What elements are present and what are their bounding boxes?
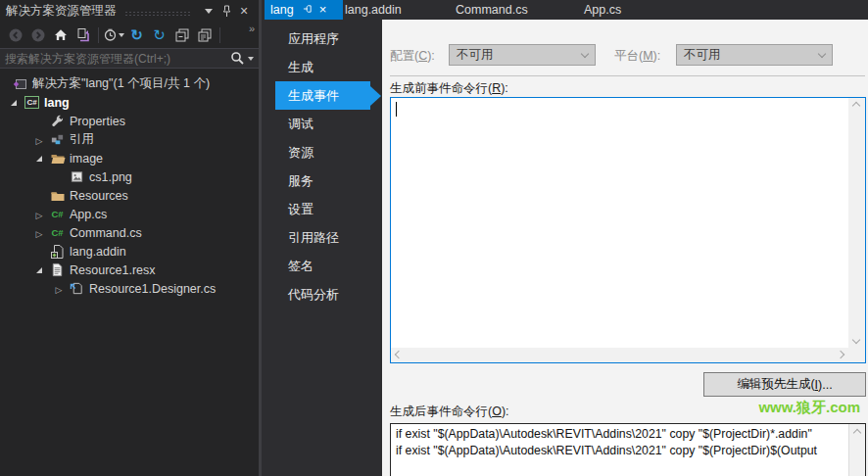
preview-selected-items-button[interactable] — [193, 24, 216, 46]
tree-row-properties[interactable]: Properties — [0, 112, 259, 130]
nav-item-debug[interactable]: 调试 — [275, 110, 370, 138]
solution-icon — [12, 76, 28, 92]
addin-file-icon — [49, 244, 66, 260]
back-button[interactable] — [4, 24, 26, 46]
nav-item-resources[interactable]: 资源 — [275, 138, 370, 167]
expand-arrow-icon[interactable] — [29, 156, 49, 162]
tree-row-project[interactable]: C# lang — [0, 93, 259, 112]
tree-row-image-folder[interactable]: image — [0, 149, 259, 167]
search-input[interactable] — [5, 52, 230, 66]
search-box — [0, 48, 259, 69]
expand-arrow-icon[interactable] — [29, 208, 49, 221]
pending-changes-filter-button[interactable] — [103, 24, 125, 46]
csharp-file-icon: C# — [49, 227, 66, 238]
configuration-select: 不可用 — [449, 44, 596, 66]
scroll-up-icon[interactable] — [853, 429, 861, 437]
tree-row-references[interactable]: 引用 — [0, 130, 259, 149]
tree-row-lang-addin[interactable]: lang.addin — [0, 242, 259, 261]
drag-grip[interactable] — [124, 11, 193, 16]
platform-label: 平台(M): — [614, 48, 660, 65]
tree-row-solution[interactable]: 解决方案"lang"(1 个项目/共 1 个) — [0, 74, 259, 93]
command-line: if exist "$(AppData)\Autodesk\REVIT\Addi… — [396, 443, 847, 459]
pin-tab-button[interactable] — [303, 3, 313, 17]
sync-button[interactable] — [148, 24, 170, 46]
nav-item-build-events[interactable]: 生成事件 — [275, 81, 370, 110]
vertical-scrollbar[interactable] — [848, 424, 865, 476]
tab-app-cs[interactable]: App.cs — [584, 0, 621, 20]
search-options-chevron-icon[interactable] — [248, 57, 254, 61]
tree-row-resources-folder[interactable]: Resources — [0, 186, 259, 205]
tree-row-command-cs[interactable]: C# Command.cs — [0, 223, 259, 242]
csharp-project-icon: C# — [24, 96, 40, 109]
scroll-up-icon[interactable] — [852, 102, 860, 110]
refresh-button[interactable] — [125, 24, 148, 46]
properties-page-nav: 应用程序 生成 生成事件 调试 资源 服务 设置 引用路径 签名 代码分析 — [262, 20, 382, 476]
tree-item-label: lang.addin — [70, 245, 126, 259]
prebuild-command-label: 生成前事件命令行(R): — [390, 80, 508, 97]
home-button[interactable] — [49, 24, 72, 46]
sync-with-active-document-button[interactable] — [72, 24, 94, 46]
tab-lang[interactable]: lang — [265, 0, 343, 20]
horizontal-scrollbar[interactable] — [391, 348, 848, 362]
prebuild-command-textarea[interactable] — [390, 97, 866, 363]
tab-label: lang — [270, 3, 294, 17]
toolbar-separator — [219, 27, 220, 43]
tree-row-resource1-resx[interactable]: Resource1.resx — [0, 261, 259, 279]
tree-row-resource1-designer-cs[interactable]: Resource1.Designer.cs — [0, 279, 259, 298]
tree-item-label: 解决方案"lang"(1 个项目/共 1 个) — [32, 75, 210, 92]
pin-panel-button[interactable] — [217, 2, 235, 20]
close-panel-button[interactable] — [235, 2, 253, 20]
panel-title: 解决方案资源管理器 — [6, 3, 117, 20]
resx-file-icon — [49, 262, 66, 277]
window-position-menu-button[interactable] — [200, 2, 217, 20]
scroll-right-icon[interactable] — [837, 351, 844, 358]
scroll-left-icon[interactable] — [395, 351, 403, 358]
expand-arrow-icon[interactable] — [49, 282, 69, 296]
sync-icon — [153, 26, 166, 44]
solution-tree: 解决方案"lang"(1 个项目/共 1 个) C# lang Properti… — [0, 74, 259, 298]
nav-item-settings[interactable]: 设置 — [275, 195, 370, 223]
pin-icon — [303, 4, 313, 14]
collapse-all-button[interactable] — [170, 24, 193, 46]
expand-arrow-icon[interactable] — [29, 133, 49, 147]
nav-item-application[interactable]: 应用程序 — [275, 24, 370, 53]
tree-item-label: App.cs — [70, 208, 107, 221]
nav-item-services[interactable]: 服务 — [275, 167, 370, 195]
tree-item-label: Properties — [70, 115, 125, 128]
configuration-value: 不可用 — [457, 47, 494, 64]
expand-arrow-icon[interactable] — [29, 267, 49, 273]
text-caret — [396, 102, 397, 117]
tree-item-label: Resource1.Designer.cs — [89, 282, 216, 296]
postbuild-command-textarea[interactable]: if exist "$(AppData)\Autodesk\REVIT\Addi… — [390, 423, 866, 476]
nav-item-signing[interactable]: 签名 — [275, 252, 370, 280]
edit-prebuild-button[interactable]: 编辑预先生成(I)... — [703, 372, 866, 397]
close-icon — [240, 2, 248, 20]
nav-item-build[interactable]: 生成 — [275, 53, 370, 81]
scroll-down-icon[interactable] — [852, 336, 860, 344]
nav-item-code-analysis[interactable]: 代码分析 — [275, 280, 370, 309]
pin-icon — [221, 5, 232, 18]
chevron-down-icon — [581, 49, 589, 57]
search-icon[interactable] — [230, 51, 245, 66]
nav-item-reference-paths[interactable]: 引用路径 — [275, 223, 370, 252]
clock-icon — [104, 28, 118, 42]
preview-selected-items-icon — [197, 27, 213, 43]
toolbar-overflow-button[interactable]: » — [249, 23, 254, 34]
postbuild-command-lines: if exist "$(AppData)\Autodesk\REVIT\Addi… — [396, 426, 847, 459]
tab-command-cs[interactable]: Command.cs — [456, 0, 528, 20]
designer-file-icon — [69, 281, 85, 296]
expand-arrow-icon[interactable] — [4, 100, 24, 106]
close-tab-button[interactable] — [319, 3, 327, 17]
expand-arrow-icon[interactable] — [29, 226, 49, 240]
image-file-icon — [69, 169, 85, 184]
tab-lang-addin[interactable]: lang.addin — [345, 0, 402, 20]
configuration-label: 配置(C): — [390, 48, 435, 65]
solution-explorer-panel: 解决方案资源管理器 — [0, 0, 259, 476]
tree-row-app-cs[interactable]: C# App.cs — [0, 205, 259, 223]
tree-row-cs1-png[interactable]: cs1.png — [0, 167, 259, 186]
chevron-down-icon — [818, 49, 826, 57]
tree-item-label: image — [70, 152, 103, 166]
platform-value: 不可用 — [684, 47, 721, 64]
forward-button[interactable] — [26, 24, 49, 46]
vertical-scrollbar[interactable] — [848, 98, 865, 348]
